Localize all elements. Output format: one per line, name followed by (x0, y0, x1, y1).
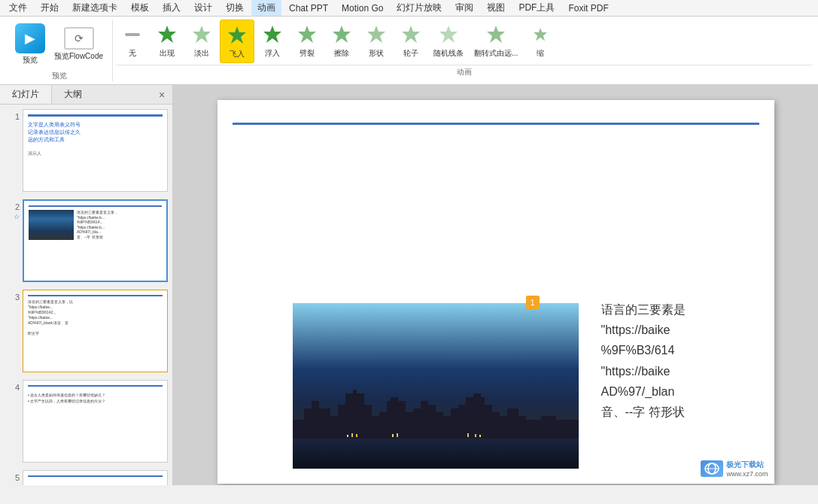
slide-item-5[interactable]: 5 (3, 469, 169, 485)
slide-thumb-2: 语言的三要素是音义形， "https://baike.b... %9F%B3/6… (23, 199, 168, 282)
svg-rect-13 (347, 435, 348, 437)
main-area: 幻灯片 大纲 × 1 文字是人类用表义符号记录表达信息以传之久远的方式和工具 演… (0, 85, 818, 485)
anim-floatin-label: 浮入 (265, 48, 280, 59)
preview-items: ▶ 预览 ⟳ 预览FlowCode (12, 20, 106, 69)
slide-thumb-4: • 远古人类是如何传递信息的？有哪些优缺点？ • 文字产生以前，人类有哪些记录信… (23, 380, 168, 463)
s1-line (28, 114, 163, 117)
preview-flowcode-icon: ⟳ (64, 27, 94, 50)
slide-item-2[interactable]: 2☆ 语言的三要素是音义形， "https://baike.b... %9F%B… (3, 198, 169, 284)
slide-thumb-inner-4: • 远古人类是如何传递信息的？有哪些优缺点？ • 文字产生以前，人类有哪些记录信… (23, 381, 167, 462)
menu-foxit[interactable]: Foxit PDF (562, 2, 614, 15)
menu-switch[interactable]: 切换 (220, 0, 250, 16)
preview-flowcode-button[interactable]: ⟳ 预览FlowCode (51, 26, 106, 63)
svg-marker-1 (158, 26, 176, 43)
menu-chatppt[interactable]: Chat PPT (283, 2, 334, 15)
slide-item-1[interactable]: 1 文字是人类用表义符号记录表达信息以传之久远的方式和工具 演示人 (3, 108, 169, 193)
anim-appear-button[interactable]: 出现 (151, 20, 184, 63)
animation-buttons: 无 出现 淡出 (116, 20, 812, 63)
watermark: 极光下载站 www.xz7.com (701, 460, 768, 478)
anim-wipe-icon (330, 23, 354, 47)
right-text-content: 语言的三要素是 "https://baike %9F%B3/614 "https… (601, 299, 767, 422)
editor-area: 1 (173, 85, 818, 485)
menu-pdf-tools[interactable]: PDF上具 (512, 0, 561, 16)
menu-animation[interactable]: 动画 (251, 0, 281, 16)
slide-number-5: 5 (5, 473, 20, 482)
s1-title: 文字是人类用表义符号记录表达信息以传之久远的方式和工具 (28, 121, 163, 143)
anim-zoom-icon (528, 23, 552, 47)
slide-thumb-inner-5 (23, 471, 167, 485)
animation-group: 无 出现 淡出 (116, 20, 812, 81)
svg-marker-8 (402, 26, 420, 43)
s2-image (29, 210, 74, 240)
anim-split-label: 劈裂 (300, 48, 315, 59)
svg-rect-19 (475, 434, 476, 437)
svg-rect-16 (392, 434, 394, 437)
slide-canvas[interactable]: 1 (217, 100, 774, 484)
svg-marker-7 (367, 26, 385, 43)
svg-rect-18 (467, 433, 469, 437)
svg-rect-0 (125, 33, 140, 36)
water-reflection (293, 439, 579, 469)
s4-text: • 远古人类是如何传递信息的？有哪些优缺点？ • 文字产生以前，人类有哪些记录信… (28, 393, 163, 404)
s4-line (28, 385, 163, 387)
animation-group-label: 动画 (116, 65, 812, 77)
menu-design[interactable]: 设计 (188, 0, 218, 16)
anim-flyin-icon (225, 23, 249, 47)
anim-random-button[interactable]: 随机线条 (429, 20, 468, 63)
anim-wipe-label: 擦除 (334, 48, 349, 59)
menu-motiongo[interactable]: Motion Go (336, 2, 389, 15)
menu-insert[interactable]: 插入 (157, 0, 187, 16)
ribbon: ▶ 预览 ⟳ 预览FlowCode 预览 (0, 17, 818, 85)
anim-appear-icon (155, 23, 179, 47)
watermark-url: www.xz7.com (726, 470, 768, 478)
tab-outline[interactable]: 大纲 (52, 85, 94, 104)
anim-wheel-button[interactable]: 轮子 (394, 20, 427, 63)
slide-item-3[interactable]: 3 语言的三要素是音义形，以 "https://baike... %9F%B3/… (3, 288, 169, 374)
city-lights (293, 431, 579, 437)
svg-marker-5 (298, 26, 316, 43)
anim-none-label: 无 (129, 48, 136, 59)
svg-marker-3 (228, 26, 246, 44)
anim-flip-button[interactable]: 翻转式由远... (470, 20, 522, 63)
menu-newtab[interactable]: 新建选项卡 (66, 0, 123, 16)
anim-split-button[interactable]: 劈裂 (290, 20, 324, 63)
preview-button[interactable]: ▶ 预览 (12, 22, 48, 67)
menu-view[interactable]: 视图 (481, 0, 511, 16)
svg-rect-17 (397, 433, 398, 437)
watermark-logo (701, 460, 723, 477)
slide-number-1: 1 (5, 112, 20, 121)
slide-thumb-inner-2: 语言的三要素是音义形， "https://baike.b... %9F%B3/6… (24, 201, 166, 281)
anim-shape-button[interactable]: 形状 (360, 20, 393, 63)
close-panel-button[interactable]: × (154, 87, 169, 102)
menu-review[interactable]: 审阅 (449, 0, 479, 16)
anim-fade-label: 淡出 (194, 48, 209, 59)
anim-zoom-button[interactable]: 缩 (524, 20, 557, 63)
menu-bar: 文件 开始 新建选项卡 模板 插入 设计 切换 动画 Chat PPT Moti… (0, 0, 818, 17)
menu-template[interactable]: 模板 (125, 0, 155, 16)
anim-flyin-button[interactable]: 飞入 (220, 20, 254, 63)
menu-file[interactable]: 文件 (3, 0, 33, 16)
s3-line (28, 295, 163, 296)
svg-marker-4 (263, 26, 281, 43)
anim-fade-button[interactable]: 淡出 (185, 20, 218, 63)
anim-wipe-button[interactable]: 擦除 (325, 20, 358, 63)
anim-shape-icon (364, 23, 388, 47)
anim-fade-icon (190, 23, 214, 47)
svg-rect-20 (479, 435, 481, 437)
tab-slides[interactable]: 幻灯片 (0, 85, 52, 104)
slide-number-2: 2☆ (5, 202, 20, 220)
anim-zoom-label: 缩 (537, 48, 544, 59)
slide-photo (293, 303, 579, 469)
preview-flowcode-label: 预览FlowCode (54, 51, 103, 62)
slide-item-4[interactable]: 4 • 远古人类是如何传递信息的？有哪些优缺点？ • 文字产生以前，人类有哪些记… (3, 378, 169, 464)
slide-top-line (233, 123, 759, 125)
anim-none-button[interactable]: 无 (116, 20, 149, 63)
svg-marker-9 (439, 26, 458, 43)
menu-start[interactable]: 开始 (35, 0, 65, 16)
slide-panel: 幻灯片 大纲 × 1 文字是人类用表义符号记录表达信息以传之久远的方式和工具 演… (0, 85, 173, 485)
anim-floatin-button[interactable]: 浮入 (256, 20, 289, 63)
s2-line (29, 205, 162, 207)
menu-slideshow[interactable]: 幻灯片放映 (391, 0, 448, 16)
anim-floatin-icon (260, 23, 284, 47)
preview-group: ▶ 预览 ⟳ 预览FlowCode 预览 (6, 20, 113, 81)
